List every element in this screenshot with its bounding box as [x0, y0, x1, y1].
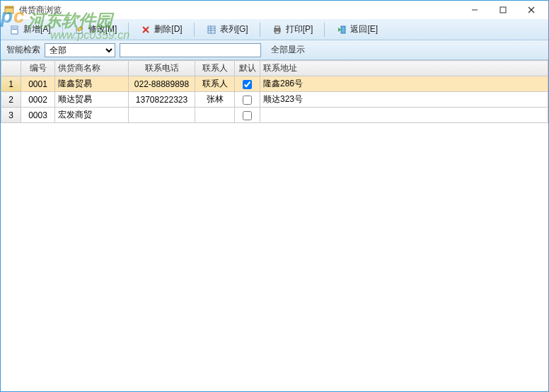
header-phone[interactable]: 联系电话 [129, 61, 195, 76]
cell-address[interactable] [260, 108, 548, 123]
back-label: 返回[E] [350, 23, 378, 35]
cell-phone[interactable]: 022-88889898 [129, 76, 195, 92]
minimize-button[interactable] [461, 1, 489, 19]
grid-icon [206, 24, 217, 35]
edit-label: 修改[M] [88, 23, 117, 35]
svg-rect-7 [12, 28, 17, 28]
grid-label: 表列[G] [220, 23, 248, 35]
app-icon [4, 4, 15, 16]
edit-button[interactable]: 修改[M] [70, 22, 122, 37]
svg-rect-1 [5, 6, 13, 8]
table-row[interactable]: 10001隆鑫贸易022-88889898联系人隆鑫286号 [1, 76, 548, 92]
new-label: 新增[A] [23, 23, 51, 35]
delete-button[interactable]: 删除[D] [136, 22, 186, 37]
separator [324, 23, 325, 37]
row-index[interactable]: 3 [1, 108, 21, 123]
print-label: 打印[P] [286, 23, 313, 35]
header-default[interactable]: 默认 [235, 61, 260, 76]
show-all-button[interactable]: 全部显示 [265, 42, 311, 57]
cell-default[interactable] [235, 92, 260, 108]
cell-contact[interactable]: 联系人 [195, 76, 235, 92]
window-controls [461, 1, 545, 19]
svg-rect-3 [500, 7, 506, 13]
cell-default[interactable] [235, 76, 260, 92]
print-icon [272, 24, 283, 35]
table-header-row: 编号 供货商名称 联系电话 联系人 默认 联系地址 [1, 61, 548, 76]
default-checkbox[interactable] [243, 96, 252, 105]
filter-bar: 智能检索 全部 全部显示 [1, 40, 548, 60]
header-address[interactable]: 联系地址 [260, 61, 548, 76]
table-row[interactable]: 30003宏发商贸 [1, 108, 548, 123]
table-row[interactable]: 20002顺达贸易13708222323张林顺达323号 [1, 92, 548, 108]
row-index[interactable]: 1 [1, 76, 21, 92]
search-label: 智能检索 [6, 44, 40, 56]
separator [128, 23, 129, 37]
edit-icon [74, 24, 86, 35]
cell-contact[interactable] [195, 108, 235, 123]
delete-label: 删除[D] [154, 23, 182, 35]
delete-icon [140, 24, 151, 35]
separator [260, 23, 260, 37]
filter-select[interactable]: 全部 [45, 43, 115, 57]
close-button[interactable] [517, 1, 545, 19]
header-code[interactable]: 编号 [21, 61, 55, 76]
search-input[interactable] [120, 43, 261, 57]
default-checkbox[interactable] [243, 80, 252, 89]
separator [194, 23, 195, 37]
header-rownum[interactable] [1, 61, 21, 76]
new-button[interactable]: 新增[A] [5, 22, 55, 37]
window-title: 供货商浏览 [19, 4, 461, 16]
grid-button[interactable]: 表列[G] [202, 22, 253, 37]
table-area: 编号 供货商名称 联系电话 联系人 默认 联系地址 10001隆鑫贸易022-8… [1, 60, 548, 123]
header-name[interactable]: 供货商名称 [55, 61, 129, 76]
maximize-button[interactable] [489, 1, 517, 19]
svg-rect-8 [12, 29, 17, 30]
cell-code[interactable]: 0003 [21, 108, 55, 123]
svg-rect-12 [208, 26, 215, 33]
supplier-table: 编号 供货商名称 联系电话 联系人 默认 联系地址 10001隆鑫贸易022-8… [1, 60, 548, 123]
cell-default[interactable] [235, 108, 260, 123]
cell-address[interactable]: 顺达323号 [260, 92, 548, 108]
cell-phone[interactable] [129, 108, 195, 123]
separator [62, 23, 63, 37]
cell-name[interactable]: 宏发商贸 [55, 108, 129, 123]
titlebar: 供货商浏览 [1, 1, 548, 19]
svg-rect-17 [275, 26, 279, 28]
cell-address[interactable]: 隆鑫286号 [260, 76, 548, 92]
print-button[interactable]: 打印[P] [267, 22, 318, 37]
cell-code[interactable]: 0002 [21, 92, 55, 108]
svg-rect-19 [341, 26, 345, 33]
new-icon [9, 24, 21, 35]
row-index[interactable]: 2 [1, 92, 21, 108]
cell-name[interactable]: 顺达贸易 [55, 92, 129, 108]
back-button[interactable]: 返回[E] [332, 22, 382, 37]
back-icon [336, 24, 347, 35]
svg-rect-6 [11, 26, 18, 34]
cell-phone[interactable]: 13708222323 [129, 92, 195, 108]
toolbar: 新增[A] 修改[M] 删除[D] 表列[G] 打印[P] 返回[E] [1, 19, 548, 40]
header-contact[interactable]: 联系人 [195, 61, 235, 76]
svg-rect-18 [275, 31, 279, 33]
cell-code[interactable]: 0001 [21, 76, 55, 92]
default-checkbox[interactable] [243, 111, 252, 120]
cell-contact[interactable]: 张林 [195, 92, 235, 108]
cell-name[interactable]: 隆鑫贸易 [55, 76, 129, 92]
